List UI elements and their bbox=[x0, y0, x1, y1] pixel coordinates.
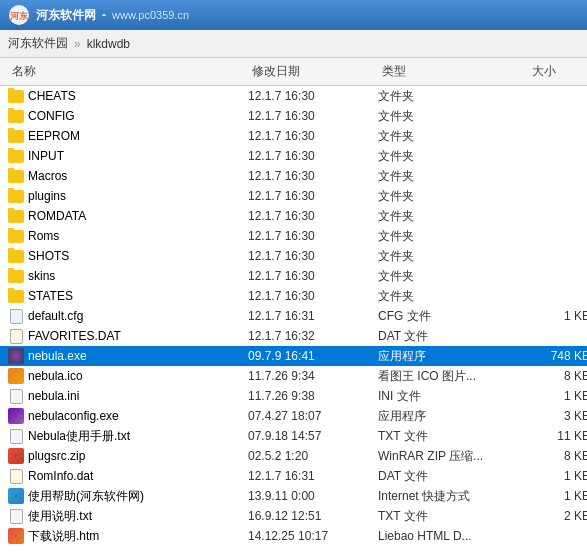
table-row[interactable]: plugsrc.zip 02.5.2 1:20 WinRAR ZIP 压缩...… bbox=[0, 446, 587, 466]
table-row[interactable]: CHEATS 12.1.7 16:30 文件夹 bbox=[0, 86, 587, 106]
file-size: 748 KB bbox=[528, 349, 587, 363]
file-type-label: 应用程序 bbox=[378, 348, 528, 365]
table-row[interactable]: nebulaconfig.exe 07.4.27 18:07 应用程序 3 KB bbox=[0, 406, 587, 426]
folder-icon bbox=[8, 190, 24, 203]
file-type-label: 看图王 ICO 图片... bbox=[378, 368, 528, 385]
file-size: 1 KB bbox=[528, 489, 587, 503]
table-row[interactable]: ROMDATA 12.1.7 16:30 文件夹 bbox=[0, 206, 587, 226]
logo-icon: 河东 bbox=[8, 4, 30, 26]
file-type-icon bbox=[8, 488, 24, 504]
table-row[interactable]: nebula.exe 09.7.9 16:41 应用程序 748 KB bbox=[0, 346, 587, 366]
table-row[interactable]: SHOTS 12.1.7 16:30 文件夹 bbox=[0, 246, 587, 266]
breadcrumb-child[interactable]: klkdwdb bbox=[87, 37, 130, 51]
breadcrumb-sep: » bbox=[74, 37, 81, 51]
file-type-icon bbox=[8, 128, 24, 144]
col-size[interactable]: 大小 bbox=[528, 61, 587, 82]
file-type-icon bbox=[8, 248, 24, 264]
file-name: Macros bbox=[8, 168, 248, 184]
file-type-icon bbox=[8, 268, 24, 284]
file-date: 12.1.7 16:30 bbox=[248, 249, 378, 263]
table-row[interactable]: 下载说明.htm 14.12.25 10:17 Liebao HTML D... bbox=[0, 526, 587, 546]
file-type-label: 文件夹 bbox=[378, 208, 528, 225]
file-name: nebulaconfig.exe bbox=[8, 408, 248, 424]
folder-icon bbox=[8, 150, 24, 163]
file-name-text: 使用说明.txt bbox=[28, 508, 92, 525]
file-date: 07.4.27 18:07 bbox=[248, 409, 378, 423]
title-sep: - bbox=[102, 8, 106, 22]
table-row[interactable]: RomInfo.dat 12.1.7 16:31 DAT 文件 1 KB bbox=[0, 466, 587, 486]
table-row[interactable]: Nebula使用手册.txt 07.9.18 14:57 TXT 文件 11 K… bbox=[0, 426, 587, 446]
file-date: 12.1.7 16:30 bbox=[248, 89, 378, 103]
toolbar: 河东软件园 » klkdwdb bbox=[0, 30, 587, 58]
file-name: Nebula使用手册.txt bbox=[8, 428, 248, 445]
file-name-text: plugins bbox=[28, 189, 66, 203]
file-name: INPUT bbox=[8, 148, 248, 164]
file-name-text: CHEATS bbox=[28, 89, 76, 103]
file-name: ROMDATA bbox=[8, 208, 248, 224]
file-size: 1 KB bbox=[528, 309, 587, 323]
file-name-text: Macros bbox=[28, 169, 67, 183]
file-type-label: Liebao HTML D... bbox=[378, 529, 528, 543]
table-row[interactable]: 使用帮助(河东软件网) 13.9.11 0:00 Internet 快捷方式 1… bbox=[0, 486, 587, 506]
file-type-icon bbox=[8, 148, 24, 164]
table-row[interactable]: CONFIG 12.1.7 16:30 文件夹 bbox=[0, 106, 587, 126]
file-name-text: Nebula使用手册.txt bbox=[28, 428, 130, 445]
file-type-icon bbox=[8, 108, 24, 124]
file-name: default.cfg bbox=[8, 308, 248, 324]
table-row[interactable]: EEPROM 12.1.7 16:30 文件夹 bbox=[0, 126, 587, 146]
file-date: 13.9.11 0:00 bbox=[248, 489, 378, 503]
file-name-text: FAVORITES.DAT bbox=[28, 329, 121, 343]
table-row[interactable]: skins 12.1.7 16:30 文件夹 bbox=[0, 266, 587, 286]
file-name-text: nebulaconfig.exe bbox=[28, 409, 119, 423]
column-header: 名称 修改日期 类型 大小 bbox=[0, 58, 587, 86]
file-name-text: nebula.ico bbox=[28, 369, 83, 383]
table-row[interactable]: nebula.ini 11.7.26 9:38 INI 文件 1 KB bbox=[0, 386, 587, 406]
table-row[interactable]: Roms 12.1.7 16:30 文件夹 bbox=[0, 226, 587, 246]
file-date: 11.7.26 9:38 bbox=[248, 389, 378, 403]
title-url: www.pc0359.cn bbox=[112, 9, 189, 21]
table-row[interactable]: Macros 12.1.7 16:30 文件夹 bbox=[0, 166, 587, 186]
file-name-text: SHOTS bbox=[28, 249, 69, 263]
table-row[interactable]: FAVORITES.DAT 12.1.7 16:32 DAT 文件 bbox=[0, 326, 587, 346]
folder-icon bbox=[8, 230, 24, 243]
file-name: nebula.ini bbox=[8, 388, 248, 404]
table-row[interactable]: plugins 12.1.7 16:30 文件夹 bbox=[0, 186, 587, 206]
file-name: CONFIG bbox=[8, 108, 248, 124]
folder-icon bbox=[8, 210, 24, 223]
table-row[interactable]: default.cfg 12.1.7 16:31 CFG 文件 1 KB bbox=[0, 306, 587, 326]
file-name: RomInfo.dat bbox=[8, 468, 248, 484]
file-name: EEPROM bbox=[8, 128, 248, 144]
table-row[interactable]: nebula.ico 11.7.26 9:34 看图王 ICO 图片... 8 … bbox=[0, 366, 587, 386]
web-icon bbox=[8, 488, 24, 504]
col-date[interactable]: 修改日期 bbox=[248, 61, 378, 82]
file-type-icon bbox=[8, 348, 24, 364]
file-name-text: ROMDATA bbox=[28, 209, 86, 223]
file-size: 8 KB bbox=[528, 449, 587, 463]
folder-icon bbox=[8, 250, 24, 263]
table-row[interactable]: 使用说明.txt 16.9.12 12:51 TXT 文件 2 KB bbox=[0, 506, 587, 526]
zip-icon bbox=[8, 448, 24, 464]
file-name: FAVORITES.DAT bbox=[8, 328, 248, 344]
file-type-icon bbox=[8, 468, 24, 484]
file-name-text: Roms bbox=[28, 229, 59, 243]
file-type-label: 文件夹 bbox=[378, 108, 528, 125]
file-name-text: nebula.exe bbox=[28, 349, 87, 363]
svg-text:河东: 河东 bbox=[10, 10, 29, 21]
table-row[interactable]: STATES 12.1.7 16:30 文件夹 bbox=[0, 286, 587, 306]
file-date: 02.5.2 1:20 bbox=[248, 449, 378, 463]
ini-icon bbox=[10, 389, 23, 404]
file-name-text: CONFIG bbox=[28, 109, 75, 123]
file-date: 09.7.9 16:41 bbox=[248, 349, 378, 363]
file-type-label: 文件夹 bbox=[378, 128, 528, 145]
file-date: 11.7.26 9:34 bbox=[248, 369, 378, 383]
col-name[interactable]: 名称 bbox=[8, 61, 248, 82]
file-name-text: EEPROM bbox=[28, 129, 80, 143]
breadcrumb-root[interactable]: 河东软件园 bbox=[8, 35, 68, 52]
file-type-icon bbox=[8, 228, 24, 244]
file-type-icon bbox=[8, 528, 24, 544]
col-type[interactable]: 类型 bbox=[378, 61, 528, 82]
table-row[interactable]: INPUT 12.1.7 16:30 文件夹 bbox=[0, 146, 587, 166]
file-name: plugins bbox=[8, 188, 248, 204]
file-date: 14.12.25 10:17 bbox=[248, 529, 378, 543]
file-type-icon bbox=[8, 368, 24, 384]
